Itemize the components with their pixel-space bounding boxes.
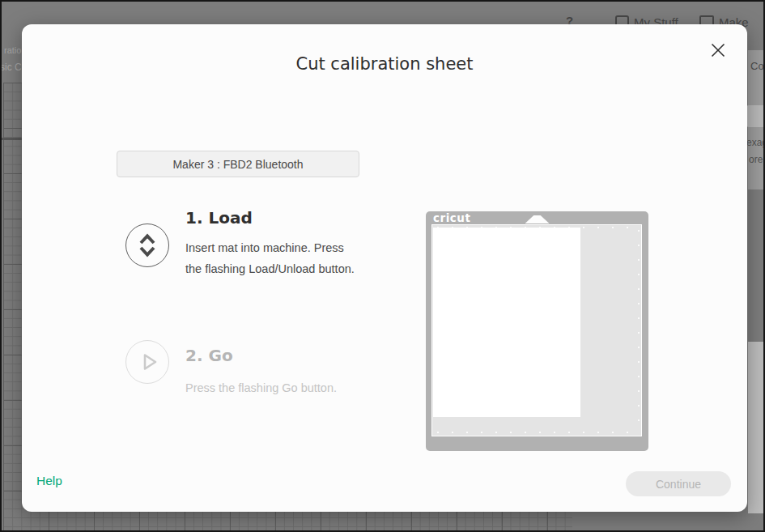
mat-ruler-ticks [638, 230, 640, 431]
step-load: 1. Load Insert mat into machine. Press t… [185, 208, 359, 279]
dialog-title: Cut calibration sheet [22, 54, 747, 74]
toolbar-clipped-text: sic C [0, 62, 22, 73]
cricut-logo: cricut [433, 211, 470, 224]
mat-arrow-icon [525, 215, 550, 223]
canvas-ruler-line [2, 138, 23, 140]
continue-button[interactable]: Continue [626, 471, 731, 496]
panel-clipped-text: ore [749, 154, 763, 165]
machine-selector-button[interactable]: Maker 3 : FBD2 Bluetooth [117, 151, 359, 177]
step-go-title: 2. Go [185, 346, 396, 365]
calibration-sheet-paper [433, 228, 580, 417]
panel-clipped-text: exag [746, 137, 765, 148]
help-link[interactable]: Help [36, 474, 62, 488]
cut-calibration-dialog: Cut calibration sheet Maker 3 : FBD2 Blu… [22, 24, 747, 512]
panel-clipped-button [746, 105, 765, 127]
mat-surface [431, 224, 642, 436]
step-go: 2. Go Press the flashing Go button. [185, 346, 396, 398]
load-unload-chevrons-icon [125, 223, 169, 267]
panel-light-sliver [748, 342, 765, 513]
step-go-description: Press the flashing Go button. [185, 377, 396, 398]
step-load-title: 1. Load [185, 208, 359, 228]
app-window: ratio sic C ? My Stuff Make Co exag ore … [0, 0, 765, 532]
panel-clipped-text: Co [750, 60, 764, 72]
toolbar-clipped-text: ratio [4, 45, 21, 55]
go-play-icon [125, 340, 169, 384]
step-load-description: Insert mat into machine. Press the flash… [185, 237, 359, 279]
mat-preview-image: cricut [426, 211, 648, 451]
mat-ruler-ticks [437, 432, 636, 433]
